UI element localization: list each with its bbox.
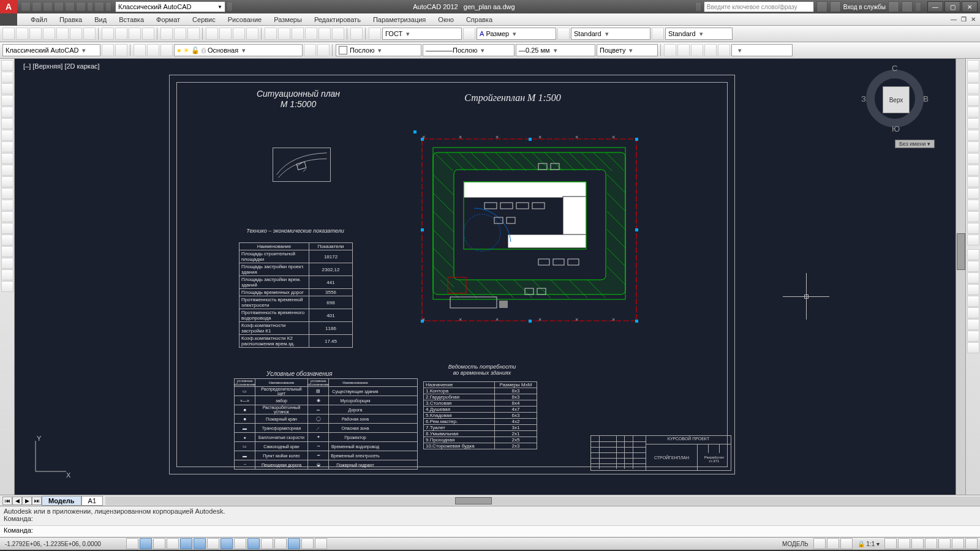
qat-open-icon[interactable] bbox=[32, 2, 42, 12]
gradient-icon[interactable] bbox=[1, 234, 13, 246]
tb-publish-icon[interactable] bbox=[70, 28, 82, 40]
tb-save-icon[interactable] bbox=[29, 28, 42, 40]
sb-sc-icon[interactable] bbox=[301, 538, 314, 549]
tb-calc-icon[interactable] bbox=[332, 28, 344, 40]
qat-saveas-icon[interactable] bbox=[54, 2, 64, 12]
viewport-label[interactable]: [–] [Верхняя] [2D каркас] bbox=[23, 62, 100, 70]
stretch-icon[interactable] bbox=[967, 153, 979, 164]
exchange-icon[interactable] bbox=[888, 1, 899, 12]
std-style-combo[interactable]: ГОСТ bbox=[382, 28, 462, 40]
minimize-button[interactable]: — bbox=[927, 1, 943, 12]
qat-new-icon[interactable] bbox=[21, 2, 31, 12]
insert-icon[interactable] bbox=[1, 188, 13, 199]
extend-icon[interactable] bbox=[967, 176, 979, 187]
qat-undo-icon[interactable] bbox=[76, 2, 86, 12]
doc-minimize-button[interactable]: — bbox=[949, 15, 958, 24]
sb-infer-icon[interactable] bbox=[126, 538, 138, 549]
lineweight-combo[interactable]: — 0.25 мм bbox=[516, 44, 595, 56]
tb-vp5-icon[interactable] bbox=[718, 44, 730, 56]
coords-readout[interactable]: -1.2792E+06, -1.2235E+06, 0.0000 bbox=[2, 541, 119, 547]
sb-clean-icon[interactable] bbox=[965, 538, 978, 549]
tb-properties-icon[interactable] bbox=[265, 28, 277, 40]
scale-icon[interactable] bbox=[967, 141, 979, 152]
menu-parametric[interactable]: Параметризация bbox=[367, 15, 432, 24]
explode-icon[interactable] bbox=[967, 234, 979, 246]
copy-icon[interactable] bbox=[967, 72, 979, 83]
menu-draw[interactable]: Рисование bbox=[222, 15, 268, 24]
viewcube-tag[interactable]: Без имени ▾ bbox=[895, 140, 935, 148]
table-icon[interactable] bbox=[1, 258, 13, 269]
sb-dyn-icon[interactable] bbox=[247, 538, 260, 549]
fillet-icon[interactable] bbox=[967, 223, 979, 234]
sb-model-button[interactable]: МОДЕЛЬ bbox=[778, 541, 812, 547]
doc-restore-button[interactable]: ❐ bbox=[959, 15, 968, 24]
maximize-button[interactable]: ▢ bbox=[944, 1, 960, 12]
sb-snap-icon[interactable] bbox=[140, 538, 152, 549]
help-icon[interactable] bbox=[902, 1, 913, 12]
help-drop-icon[interactable] bbox=[915, 2, 921, 12]
tb-dim-icon[interactable] bbox=[463, 28, 475, 40]
tb-ssm-icon[interactable] bbox=[305, 28, 317, 40]
spline-icon[interactable] bbox=[1, 153, 13, 164]
tb-zoomrt-icon[interactable] bbox=[219, 28, 232, 40]
text-style-combo[interactable]: Standard bbox=[571, 28, 650, 40]
sb-qv-icon[interactable] bbox=[840, 538, 853, 549]
tb-redo-icon[interactable] bbox=[187, 28, 200, 40]
ellipsearc-icon[interactable] bbox=[1, 176, 13, 187]
addsel-icon[interactable] bbox=[1, 281, 13, 292]
tb-pan-icon[interactable] bbox=[206, 28, 218, 40]
tb-paste-icon[interactable] bbox=[129, 28, 141, 40]
sb-am-icon[interactable] bbox=[315, 538, 327, 549]
menu-help[interactable]: Справка bbox=[460, 15, 499, 24]
menu-tools[interactable]: Сервис bbox=[186, 15, 222, 24]
search-input[interactable]: Введите ключевое слово/фразу bbox=[704, 1, 814, 12]
tb-cut-icon[interactable] bbox=[102, 28, 114, 40]
tab-prev-icon[interactable]: ◀ bbox=[12, 497, 22, 505]
tb-copy-icon[interactable] bbox=[115, 28, 127, 40]
menu-dimension[interactable]: Размеры bbox=[268, 15, 308, 24]
signin-icon[interactable] bbox=[830, 1, 841, 12]
tb-dcenter-icon[interactable] bbox=[278, 28, 290, 40]
tb-layerfreeze-icon[interactable] bbox=[160, 44, 173, 56]
time-icon[interactable] bbox=[967, 319, 979, 330]
status-icon[interactable] bbox=[967, 331, 979, 342]
layer-combo[interactable]: ● ☀ 🔓 ⎙ Основная bbox=[174, 44, 303, 56]
sb-isolate-icon[interactable] bbox=[952, 538, 964, 549]
sb-grid-icon[interactable] bbox=[153, 538, 165, 549]
mtext-icon[interactable] bbox=[1, 269, 13, 280]
hatch-icon[interactable] bbox=[1, 223, 13, 234]
tab-last-icon[interactable]: ⏭ bbox=[32, 497, 42, 505]
tb-markup-icon[interactable] bbox=[318, 28, 331, 40]
tb-zoomwin-icon[interactable] bbox=[233, 28, 245, 40]
qat-plot-icon[interactable] bbox=[65, 2, 75, 12]
sb-transp-icon[interactable] bbox=[274, 538, 287, 549]
dim-style-combo[interactable]: A Размер bbox=[477, 28, 556, 40]
circle-icon[interactable] bbox=[1, 130, 13, 141]
menu-file[interactable]: Файл bbox=[24, 15, 53, 24]
menu-edit[interactable]: Правка bbox=[53, 15, 88, 24]
table-style-combo[interactable]: Standard bbox=[665, 28, 733, 40]
rect-icon[interactable] bbox=[1, 107, 13, 118]
sb-annoauto-icon[interactable] bbox=[898, 538, 910, 549]
scrollbar-vertical[interactable] bbox=[956, 59, 965, 495]
sb-toolbar-icon[interactable] bbox=[925, 538, 937, 549]
tb-zoomprev-icon[interactable] bbox=[246, 28, 258, 40]
sb-ws-icon[interactable] bbox=[911, 538, 924, 549]
ellipse-icon[interactable] bbox=[1, 165, 13, 176]
tab-model[interactable]: Модель bbox=[42, 496, 81, 506]
tb-ws-save-icon[interactable] bbox=[115, 44, 127, 56]
tb-help-icon[interactable] bbox=[350, 28, 363, 40]
doc-close-button[interactable]: ✕ bbox=[969, 15, 978, 24]
sb-layout2-icon[interactable] bbox=[827, 538, 839, 549]
tb-block-icon[interactable] bbox=[160, 28, 173, 40]
offset-icon[interactable] bbox=[967, 95, 979, 106]
menu-format[interactable]: Формат bbox=[150, 15, 186, 24]
tb-vp2-icon[interactable] bbox=[677, 44, 690, 56]
app-logo[interactable]: A bbox=[0, 0, 17, 13]
pline-icon[interactable] bbox=[1, 83, 13, 94]
block-icon[interactable] bbox=[1, 200, 13, 211]
tb-toolpal-icon[interactable] bbox=[292, 28, 304, 40]
tb-vp3-icon[interactable] bbox=[691, 44, 703, 56]
sb-ducs-icon[interactable] bbox=[234, 538, 246, 549]
tb-print-icon[interactable] bbox=[43, 28, 55, 40]
